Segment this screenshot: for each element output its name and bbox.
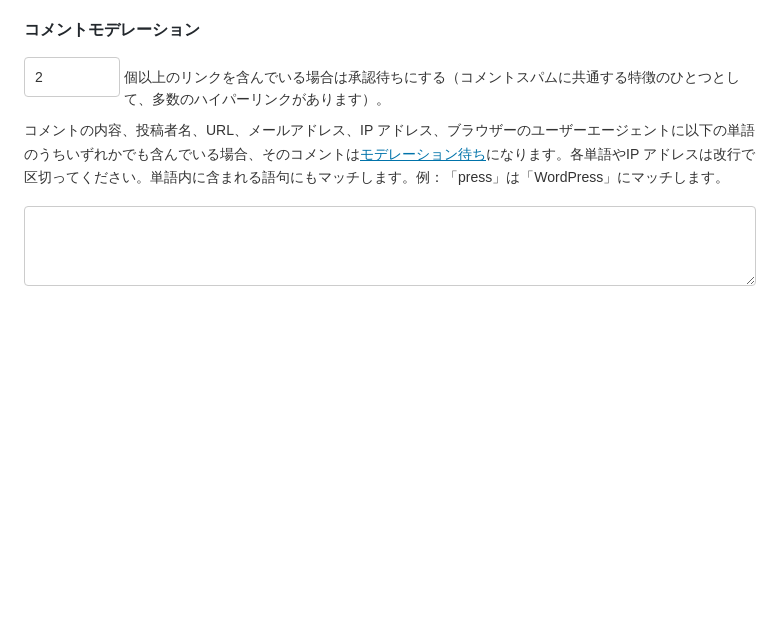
link-count-input[interactable] <box>24 57 120 97</box>
moderation-section: コメントモデレーション 個以上のリンクを含んでいる場合は承認待ちにする（コメント… <box>24 20 756 286</box>
moderation-link-row: 個以上のリンクを含んでいる場合は承認待ちにする（コメントスパムに共通する特徴のひ… <box>24 57 756 111</box>
moderation-queue-link[interactable]: モデレーション待ち <box>360 146 486 162</box>
moderation-textarea-container <box>24 206 756 286</box>
moderation-keywords-textarea[interactable] <box>24 206 756 286</box>
link-threshold-label: 個以上のリンクを含んでいる場合は承認待ちにする（コメントスパムに共通する特徴のひ… <box>120 66 756 111</box>
section-title: コメントモデレーション <box>24 20 756 41</box>
description-text: コメントの内容、投稿者名、URL、メールアドレス、IP アドレス、ブラウザーのユ… <box>24 119 756 190</box>
description-block: コメントの内容、投稿者名、URL、メールアドレス、IP アドレス、ブラウザーのユ… <box>24 119 756 190</box>
